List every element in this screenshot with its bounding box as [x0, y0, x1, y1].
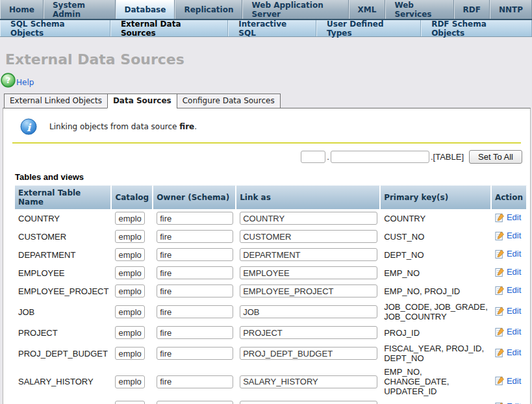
primary-nav-tab[interactable]: XML: [349, 0, 386, 19]
link-as-input[interactable]: [240, 375, 377, 388]
edit-icon: [495, 267, 505, 277]
secondary-nav-tab-label: RDF Schema Objects: [431, 19, 522, 38]
content-tab-label: Configure Data Sources: [183, 96, 275, 105]
owner-input[interactable]: [157, 230, 233, 243]
secondary-nav-tab[interactable]: User Defined Types: [316, 20, 421, 36]
edit-action[interactable]: Edit: [495, 306, 521, 316]
edit-link[interactable]: Edit: [507, 212, 521, 222]
catalog-input[interactable]: [115, 266, 145, 279]
catalog-input[interactable]: [115, 375, 145, 388]
table-row: SALARY_HISTORY EMP_NO, CHANGE_DATE, UPDA…: [15, 365, 527, 398]
table-row: EMPLOYEE EMP_NO: [15, 264, 527, 282]
edit-action[interactable]: Edit: [495, 212, 521, 223]
link-as-input[interactable]: [240, 212, 377, 225]
primary-nav-tab[interactable]: RDF: [454, 0, 490, 19]
svg-text:?: ?: [6, 75, 11, 85]
secondary-nav-tab[interactable]: SQL Schema Objects: [0, 20, 110, 36]
content-tab-label: Data Sources: [113, 96, 171, 105]
primary-nav-tab[interactable]: NNTP: [490, 0, 532, 19]
secondary-nav: SQL Schema Objects External Data Sources…: [0, 20, 532, 37]
help-link[interactable]: ? Help: [1, 73, 46, 88]
edit-action[interactable]: Edit: [495, 347, 521, 358]
primary-nav-tab[interactable]: Database: [116, 0, 175, 19]
owner-input[interactable]: [157, 212, 233, 225]
edit-action[interactable]: Edit: [495, 231, 521, 241]
primary-keys: EMP_NO, PROJ_ID: [381, 282, 492, 300]
primary-nav-tab[interactable]: Replication: [175, 0, 242, 19]
owner-input[interactable]: [157, 266, 233, 279]
secondary-nav-tab-label: Interactive SQL: [238, 19, 306, 38]
primary-nav-tab[interactable]: Web Application Server: [242, 0, 348, 19]
secondary-nav-tab-label: External Data Sources: [121, 19, 218, 38]
tab-panel: i Linking objects from data source fire.…: [3, 108, 531, 404]
content-tab[interactable]: External Linked Objects: [4, 94, 108, 108]
secondary-nav-tab[interactable]: RDF Schema Objects: [421, 20, 532, 36]
edit-link[interactable]: Edit: [507, 327, 521, 336]
owner-input[interactable]: [157, 401, 233, 404]
catalog-input[interactable]: [115, 326, 145, 339]
primary-nav-tab[interactable]: Web Services: [385, 0, 453, 19]
tables-and-views-heading: Tables and views: [15, 172, 530, 182]
primary-nav-tab[interactable]: System Admin: [44, 0, 116, 19]
edit-link[interactable]: Edit: [507, 285, 521, 295]
primary-keys: JOB_CODE, JOB_GRADE, JOB_COUNTRY: [381, 300, 492, 323]
link-as-input[interactable]: [240, 401, 377, 404]
catalog-input[interactable]: [115, 230, 145, 243]
bulk-schema-input[interactable]: [331, 151, 429, 163]
catalog-input[interactable]: [115, 401, 145, 404]
edit-action[interactable]: Edit: [495, 267, 521, 277]
catalog-input[interactable]: [115, 305, 145, 318]
link-as-input[interactable]: [240, 326, 377, 339]
external-table-name: PROJECT: [15, 323, 112, 342]
edit-link[interactable]: Edit: [507, 347, 521, 357]
column-header: External Table Name: [15, 185, 112, 209]
secondary-nav-tab[interactable]: Interactive SQL: [228, 20, 316, 36]
primary-keys: FISCAL_YEAR, PROJ_ID, DEPT_NO: [381, 342, 492, 365]
owner-input[interactable]: [157, 284, 233, 297]
bulk-catalog-input[interactable]: [301, 151, 325, 163]
edit-link[interactable]: Edit: [507, 249, 521, 259]
edit-link[interactable]: Edit: [507, 231, 521, 240]
edit-icon: [495, 212, 505, 223]
edit-action[interactable]: Edit: [495, 327, 521, 337]
separator-line: [12, 142, 521, 144]
link-as-input[interactable]: [240, 230, 377, 243]
edit-action[interactable]: Edit: [495, 401, 521, 404]
owner-input[interactable]: [157, 326, 233, 339]
link-as-input[interactable]: [240, 284, 377, 297]
owner-input[interactable]: [157, 248, 233, 261]
table-row: DEPARTMENT DEPT_NO: [15, 246, 527, 264]
content-tab[interactable]: Configure Data Sources: [177, 94, 281, 108]
column-header: Catalog: [112, 185, 153, 209]
link-as-input[interactable]: [240, 305, 377, 318]
catalog-input[interactable]: [115, 347, 145, 360]
edit-link[interactable]: Edit: [507, 376, 521, 386]
set-to-all-button[interactable]: Set To All: [469, 150, 522, 164]
link-as-input[interactable]: [240, 266, 377, 279]
edit-link[interactable]: Edit: [507, 401, 521, 404]
owner-input[interactable]: [157, 305, 233, 318]
external-table-name: EMPLOYEE: [15, 264, 112, 282]
data-source-name: fire: [179, 122, 194, 131]
content-tab-label: External Linked Objects: [10, 96, 102, 105]
edit-action[interactable]: Edit: [495, 285, 521, 296]
info-banner: i Linking objects from data source fire.: [3, 108, 530, 135]
primary-keys: PO_NUMBER: [381, 398, 492, 404]
catalog-input[interactable]: [115, 248, 145, 261]
edit-icon: [495, 347, 505, 358]
table-row: COUNTRY COUNTRY: [15, 209, 527, 227]
link-as-input[interactable]: [240, 248, 377, 261]
help-link-label[interactable]: Help: [16, 78, 34, 87]
catalog-input[interactable]: [115, 212, 145, 225]
secondary-nav-tab[interactable]: External Data Sources: [110, 20, 228, 36]
catalog-input[interactable]: [115, 284, 145, 297]
primary-nav-tab[interactable]: Home: [0, 0, 44, 19]
link-as-input[interactable]: [240, 347, 377, 360]
edit-action[interactable]: Edit: [495, 375, 521, 386]
owner-input[interactable]: [157, 375, 233, 388]
owner-input[interactable]: [157, 347, 233, 360]
edit-link[interactable]: Edit: [507, 306, 521, 316]
edit-action[interactable]: Edit: [495, 249, 521, 259]
edit-link[interactable]: Edit: [507, 267, 521, 277]
content-tab[interactable]: Data Sources: [107, 94, 177, 108]
